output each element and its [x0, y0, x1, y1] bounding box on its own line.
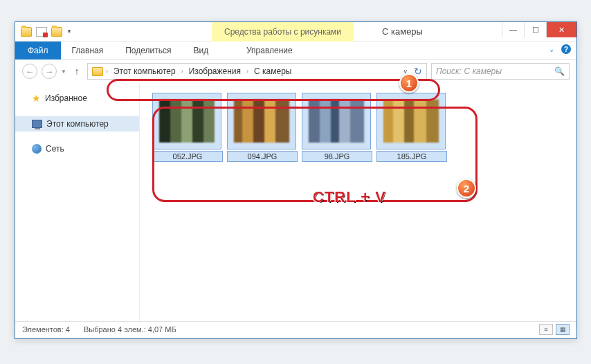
sidebar-item-favorites[interactable]: ★ Избранное: [15, 90, 139, 107]
minimize-button[interactable]: —: [502, 22, 524, 37]
breadcrumb-sep-icon: ›: [181, 68, 183, 75]
file-name: 052.JPG: [152, 151, 223, 162]
sidebar: ★ Избранное Этот компьютер Сеть: [15, 83, 140, 321]
sidebar-label: Этот компьютер: [46, 119, 109, 129]
tab-home[interactable]: Главная: [61, 42, 115, 60]
network-icon: [32, 144, 42, 154]
close-button[interactable]: ✕: [546, 22, 576, 37]
file-item[interactable]: 052.JPG: [152, 93, 223, 162]
up-button[interactable]: ↑: [71, 66, 83, 77]
status-selection: Выбрано 4 элем.: 4,07 МБ: [84, 325, 176, 334]
window-controls: — ☐ ✕: [502, 22, 576, 37]
search-icon[interactable]: 🔍: [554, 66, 565, 76]
help-icon[interactable]: ?: [561, 44, 571, 54]
file-name: 98.JPG: [302, 151, 372, 162]
address-folder-icon: [92, 67, 103, 76]
breadcrumb-sep-icon: ›: [106, 68, 108, 75]
ribbon-expand-icon[interactable]: ⌄: [549, 46, 554, 53]
file-item[interactable]: 094.JPG: [227, 93, 298, 162]
maximize-button[interactable]: ☐: [524, 22, 546, 37]
ribbon-tabs: Файл Главная Поделиться Вид Управление ⌄…: [15, 42, 576, 60]
thumbnail: [158, 99, 215, 143]
sidebar-label: Избранное: [45, 93, 87, 103]
properties-icon[interactable]: [36, 27, 47, 37]
navigation-row: ← → ▼ ↑ › Этот компьютер › Изображения ›…: [15, 60, 576, 83]
search-placeholder: Поиск: С камеры: [436, 66, 502, 76]
window-title: С камеры: [382, 26, 423, 37]
tab-manage[interactable]: Управление: [235, 42, 304, 60]
status-item-count: Элементов: 4: [22, 325, 70, 334]
explorer-window: ▼ Средства работы с рисунками С камеры —…: [15, 21, 577, 339]
address-bar[interactable]: › Этот компьютер › Изображения › С камер…: [87, 63, 427, 80]
body-area: ★ Избранное Этот компьютер Сеть 052.JPG …: [15, 83, 576, 321]
annotation-shortcut: CTRL + V: [313, 188, 386, 206]
titlebar: ▼ Средства работы с рисунками С камеры —…: [15, 22, 576, 42]
star-icon: ★: [32, 93, 41, 104]
file-name: 094.JPG: [227, 151, 298, 162]
status-bar: Элементов: 4 Выбрано 4 элем.: 4,07 МБ ≡ …: [15, 321, 576, 336]
breadcrumb-images[interactable]: Изображения: [186, 66, 244, 76]
sidebar-label: Сеть: [46, 144, 64, 154]
new-folder-icon[interactable]: [51, 27, 62, 37]
view-details-button[interactable]: ≡: [539, 324, 553, 335]
tab-file[interactable]: Файл: [15, 42, 61, 60]
thumbnail: [383, 99, 439, 143]
tab-view[interactable]: Вид: [182, 42, 219, 60]
file-item[interactable]: 98.JPG: [302, 93, 372, 162]
thumbnail: [233, 99, 290, 143]
breadcrumb-root[interactable]: Этот компьютер: [111, 66, 179, 76]
qat-dropdown-icon[interactable]: ▼: [66, 28, 72, 35]
breadcrumb-camera[interactable]: С камеры: [251, 66, 294, 76]
sidebar-item-network[interactable]: Сеть: [15, 141, 139, 156]
tab-share[interactable]: Поделиться: [114, 42, 182, 60]
search-input[interactable]: Поиск: С камеры 🔍: [431, 63, 570, 80]
folder-icon[interactable]: [21, 27, 32, 37]
history-dropdown-icon[interactable]: ▼: [61, 69, 66, 75]
forward-button[interactable]: →: [42, 64, 57, 79]
breadcrumb-sep-icon: ›: [246, 68, 248, 75]
quick-access-toolbar: ▼: [15, 27, 72, 37]
view-thumbnails-button[interactable]: ▦: [556, 324, 570, 335]
ribbon-context-tab[interactable]: Средства работы с рисунками: [212, 22, 354, 42]
thumbnail: [308, 99, 365, 143]
annotation-badge-2: 2: [457, 179, 476, 198]
back-button[interactable]: ←: [22, 64, 37, 79]
annotation-badge-1: 1: [399, 73, 419, 93]
computer-icon: [32, 120, 42, 128]
sidebar-item-this-pc[interactable]: Этот компьютер: [15, 116, 139, 131]
file-item[interactable]: 185.JPG: [376, 93, 447, 162]
file-name: 185.JPG: [376, 151, 447, 162]
